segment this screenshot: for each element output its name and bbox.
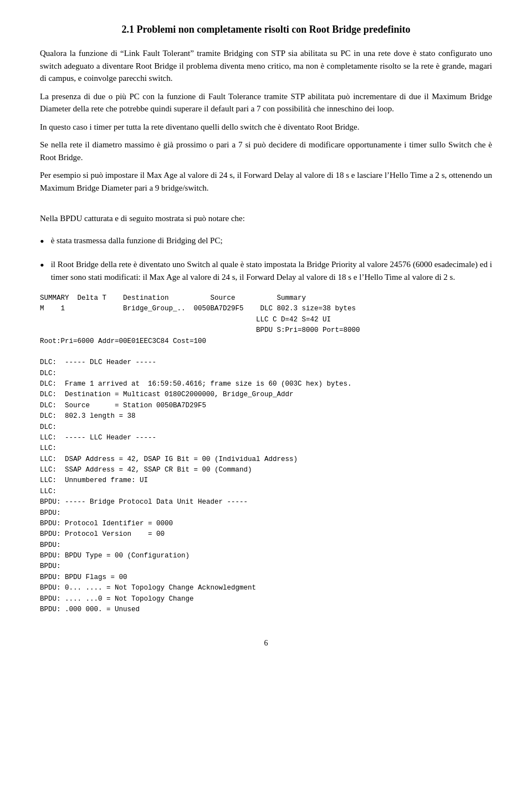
bpdu-intro: Nella BPDU catturata e di seguito mostra… bbox=[40, 212, 492, 225]
code-block: SUMMARY Delta T Destination Source Summa… bbox=[40, 293, 492, 615]
bullet-text-2: il Root Bridge della rete è diventato un… bbox=[51, 258, 492, 283]
bullet-dot-2: • bbox=[40, 256, 44, 274]
paragraph-3: In questo caso i timer per tutta la rete… bbox=[40, 121, 492, 134]
paragraph-4: Se nella rete il diametro massimo è già … bbox=[40, 139, 492, 163]
bullet-dot-1: • bbox=[40, 232, 44, 250]
page-number: 6 bbox=[40, 637, 492, 649]
bullet-list: • è stata trasmessa dalla funzione di Br… bbox=[40, 234, 492, 283]
section-heading: 2.1 Problemi non completamente risolti c… bbox=[40, 22, 492, 37]
paragraph-1: Qualora la funzione di “Link Fault Toler… bbox=[40, 47, 492, 85]
bullet-item-2: • il Root Bridge della rete è diventato … bbox=[40, 258, 492, 283]
bullet-text-1: è stata trasmessa dalla funzione di Brid… bbox=[51, 234, 492, 247]
bullet-item-1: • è stata trasmessa dalla funzione di Br… bbox=[40, 234, 492, 250]
paragraph-2: La presenza di due o più PC con la funzi… bbox=[40, 90, 492, 115]
paragraph-5: Per esempio si può impostare il Max Age … bbox=[40, 169, 492, 194]
